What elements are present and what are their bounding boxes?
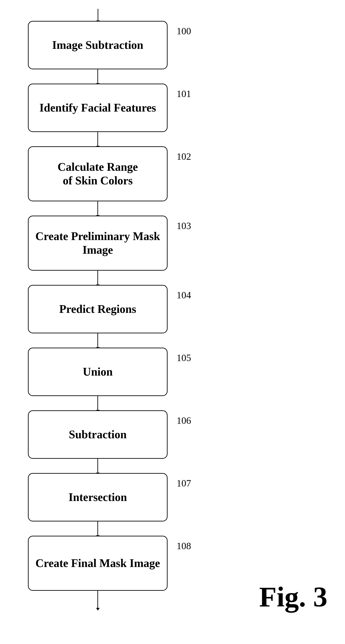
box-image-subtraction-label: Image Subtraction [45, 34, 150, 56]
ref-100: 100 [177, 26, 191, 37]
flow-item-107: Intersection 107 [28, 473, 168, 536]
ref-104: 104 [177, 290, 191, 301]
connector-2 [97, 201, 98, 216]
box-intersection-label: Intersection [62, 486, 134, 508]
ref-108: 108 [177, 540, 191, 552]
diagram-container: Image Subtraction 100 Identify Facial Fe… [0, 0, 345, 608]
box-create-final-mask: Create Final Mask Image 108 [28, 536, 168, 591]
ref-103: 103 [177, 220, 191, 232]
figure-label: Fig. 3 [259, 580, 328, 613]
box-union-label: Union [76, 360, 119, 383]
box-identify-facial-features-label: Identify Facial Features [33, 96, 163, 119]
flow-item-100: Image Subtraction 100 [28, 21, 168, 84]
top-entry-arrow [98, 9, 98, 21]
flow-item-104: Predict Regions 104 [28, 285, 168, 348]
box-intersection: Intersection 107 [28, 473, 168, 522]
flow-item-106: Subtraction 106 [28, 410, 168, 473]
box-subtraction: Subtraction 106 [28, 410, 168, 459]
ref-106: 106 [177, 415, 191, 426]
flow-item-102: Calculate Range of Skin Colors 102 [28, 146, 168, 216]
ref-105: 105 [177, 352, 191, 364]
flow-item-101: Identify Facial Features 101 [28, 84, 168, 146]
box-calculate-range: Calculate Range of Skin Colors 102 [28, 146, 168, 201]
box-image-subtraction: Image Subtraction 100 [28, 21, 168, 69]
ref-107: 107 [177, 478, 191, 489]
box-identify-facial-features: Identify Facial Features 101 [28, 84, 168, 132]
bottom-exit-arrow [97, 591, 98, 608]
box-create-preliminary-mask-label: Create Preliminary Mask Image [29, 225, 167, 262]
connector-6 [97, 459, 98, 473]
box-calculate-range-label: Calculate Range of Skin Colors [51, 156, 144, 192]
box-subtraction-label: Subtraction [62, 423, 133, 446]
flow-item-103: Create Preliminary Mask Image 103 [28, 216, 168, 285]
connector-4 [97, 333, 98, 348]
box-create-final-mask-label: Create Final Mask Image [29, 552, 167, 574]
connector-5 [97, 396, 98, 410]
box-union: Union 105 [28, 348, 168, 396]
ref-102: 102 [177, 151, 191, 162]
connector-7 [97, 522, 98, 536]
box-create-preliminary-mask: Create Preliminary Mask Image 103 [28, 216, 168, 271]
flow-item-105: Union 105 [28, 348, 168, 410]
ref-101: 101 [177, 88, 191, 100]
flow-item-108: Create Final Mask Image 108 [28, 536, 168, 608]
connector-3 [97, 271, 98, 285]
box-predict-regions: Predict Regions 104 [28, 285, 168, 333]
connector-0 [97, 69, 98, 84]
box-predict-regions-label: Predict Regions [53, 298, 143, 320]
connector-1 [97, 132, 98, 146]
